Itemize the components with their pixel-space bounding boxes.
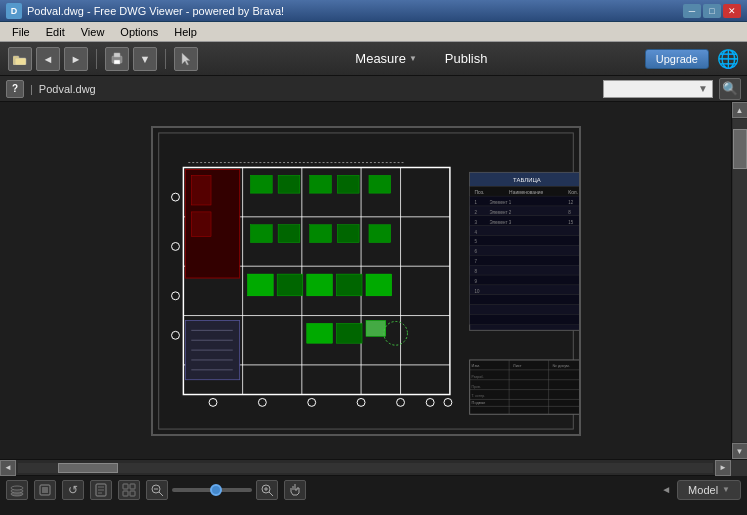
bottom-right-corner xyxy=(731,460,747,476)
close-button[interactable]: ✕ xyxy=(723,4,741,18)
address-dropdown[interactable]: ▼ xyxy=(603,80,713,98)
svg-text:Лист: Лист xyxy=(513,362,522,367)
svg-rect-77 xyxy=(469,245,580,255)
scroll-track[interactable] xyxy=(733,119,747,442)
svg-point-55 xyxy=(443,398,451,406)
maximize-button[interactable]: □ xyxy=(703,4,721,18)
svg-point-52 xyxy=(357,398,365,406)
svg-point-46 xyxy=(171,242,179,250)
h-scroll-thumb[interactable] xyxy=(58,463,118,473)
forward-button[interactable]: ► xyxy=(64,47,88,71)
svg-rect-3 xyxy=(114,53,120,57)
svg-rect-67 xyxy=(469,205,580,215)
svg-rect-34 xyxy=(366,320,386,336)
svg-rect-78 xyxy=(469,255,580,265)
svg-text:Элемент 3: Элемент 3 xyxy=(489,219,511,224)
svg-text:Разраб.: Разраб. xyxy=(471,374,483,378)
svg-rect-81 xyxy=(469,284,580,294)
svg-point-51 xyxy=(307,398,315,406)
zoom-slider-container xyxy=(146,480,278,500)
svg-line-127 xyxy=(269,492,273,496)
scroll-down-arrow[interactable]: ▼ xyxy=(732,443,748,459)
svg-point-54 xyxy=(426,398,434,406)
layers-button[interactable] xyxy=(6,480,28,500)
measure-button[interactable]: Measure ▼ xyxy=(345,47,427,70)
svg-rect-63 xyxy=(469,196,580,206)
title-bar-left: D Podval.dwg - Free DWG Viewer - powered… xyxy=(6,3,284,19)
separator-2 xyxy=(165,49,166,69)
menu-help[interactable]: Help xyxy=(166,24,205,40)
svg-rect-122 xyxy=(130,491,135,496)
zoom-slider[interactable] xyxy=(172,488,252,492)
svg-point-47 xyxy=(171,291,179,299)
menu-bar: File Edit View Options Help xyxy=(0,22,747,42)
svg-text:15: 15 xyxy=(568,219,573,224)
svg-rect-71 xyxy=(469,215,580,225)
svg-text:Поз.: Поз. xyxy=(474,190,484,195)
svg-rect-20 xyxy=(337,175,359,193)
svg-text:12: 12 xyxy=(568,200,573,205)
svg-rect-22 xyxy=(250,224,272,242)
rewind-button[interactable]: ↺ xyxy=(62,480,84,500)
cursor-button[interactable] xyxy=(174,47,198,71)
window-controls: ─ □ ✕ xyxy=(683,4,741,18)
svg-rect-114 xyxy=(42,487,48,493)
page-button[interactable] xyxy=(90,480,112,500)
svg-text:ТАБЛИЦА: ТАБЛИЦА xyxy=(513,177,541,183)
back-button[interactable]: ◄ xyxy=(36,47,60,71)
model-tab[interactable]: Model ▼ xyxy=(677,480,741,500)
menu-options[interactable]: Options xyxy=(112,24,166,40)
menu-view[interactable]: View xyxy=(73,24,113,40)
title-bar: D Podval.dwg - Free DWG Viewer - powered… xyxy=(0,0,747,22)
upgrade-button[interactable]: Upgrade xyxy=(645,49,709,69)
zoom-in-button[interactable] xyxy=(256,480,278,500)
svg-point-49 xyxy=(209,398,217,406)
publish-button[interactable]: Publish xyxy=(435,47,498,70)
title-text: Podval.dwg - Free DWG Viewer - powered b… xyxy=(27,5,284,17)
scroll-left-arrow[interactable]: ◄ xyxy=(0,460,16,476)
zoom-out-button[interactable] xyxy=(146,480,168,500)
scroll-right-arrow[interactable]: ► xyxy=(715,460,731,476)
model-tab-arrow: ▼ xyxy=(722,485,730,494)
menu-file[interactable]: File xyxy=(4,24,38,40)
svg-rect-30 xyxy=(336,274,362,296)
svg-text:Подвал: Подвал xyxy=(471,400,485,405)
globe-icon[interactable]: 🌐 xyxy=(717,48,739,70)
menu-edit[interactable]: Edit xyxy=(38,24,73,40)
open-button[interactable] xyxy=(8,47,32,71)
toolbar-center: Measure ▼ Publish xyxy=(345,47,497,70)
svg-line-124 xyxy=(159,492,163,496)
svg-text:Элемент 2: Элемент 2 xyxy=(489,209,511,214)
svg-text:Элемент 1: Элемент 1 xyxy=(489,200,511,205)
svg-text:10: 10 xyxy=(474,288,479,293)
pan-button[interactable] xyxy=(284,480,306,500)
svg-point-112 xyxy=(11,486,23,490)
svg-point-53 xyxy=(396,398,404,406)
search-button[interactable]: 🔍 xyxy=(719,78,741,100)
help-button[interactable]: ? xyxy=(6,80,24,98)
svg-rect-25 xyxy=(337,224,359,242)
main-area: ТАБЛИЦА Поз. Наименование Кол. 1 Элемент… xyxy=(0,102,747,459)
file-name: Podval.dwg xyxy=(39,83,96,95)
toolbar-left: ◄ ► ▼ xyxy=(8,47,198,71)
svg-rect-23 xyxy=(278,224,300,242)
svg-rect-33 xyxy=(336,323,362,343)
toolbar-right: Upgrade 🌐 xyxy=(645,48,739,70)
print-button[interactable] xyxy=(105,47,129,71)
svg-rect-24 xyxy=(309,224,331,242)
separator-1 xyxy=(96,49,97,69)
minimize-button[interactable]: ─ xyxy=(683,4,701,18)
h-scroll-track[interactable] xyxy=(18,463,713,473)
svg-rect-19 xyxy=(309,175,331,193)
address-separator: | xyxy=(30,83,33,95)
properties-button[interactable] xyxy=(34,480,56,500)
svg-rect-32 xyxy=(306,323,332,343)
print-dropdown[interactable]: ▼ xyxy=(133,47,157,71)
zoom-thumb[interactable] xyxy=(210,484,222,496)
svg-rect-37 xyxy=(191,175,211,205)
thumbnail-button[interactable] xyxy=(118,480,140,500)
measure-arrow: ▼ xyxy=(409,54,417,63)
scroll-thumb[interactable] xyxy=(733,129,747,169)
canvas-area: ТАБЛИЦА Поз. Наименование Кол. 1 Элемент… xyxy=(0,102,731,459)
scroll-up-arrow[interactable]: ▲ xyxy=(732,102,748,118)
